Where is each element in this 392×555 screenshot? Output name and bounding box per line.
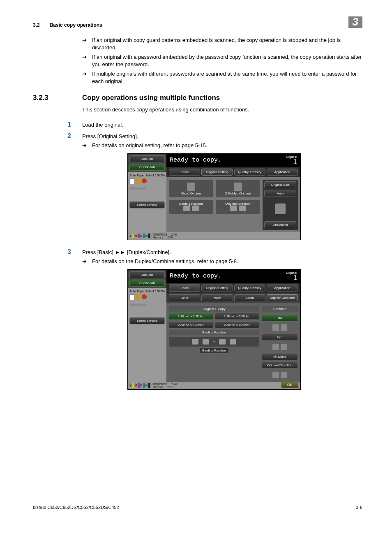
screenshot-original-setting: Job List Check Job Auto Paper Select100.… <box>127 153 301 240</box>
step-number: 2 <box>67 132 82 140</box>
tab-application[interactable]: Application <box>267 284 298 291</box>
binding-icon <box>219 339 226 345</box>
section-number: 3.2 <box>33 22 40 28</box>
status-dot-icon <box>142 178 147 183</box>
tab-original-setting[interactable]: Original Setting <box>201 284 233 291</box>
step-text: Load the original. <box>82 121 362 128</box>
arrow-icon: ➔ <box>82 258 92 264</box>
auto-paper-label: Auto Paper Select <box>129 174 154 177</box>
footer-date: 09/10/2008 <box>153 233 167 236</box>
duplex-1s-1s-button[interactable]: 1-Sided > 1-Sided <box>169 313 213 320</box>
combine-no-button[interactable]: No <box>262 314 298 321</box>
bullet-text: If an original with copy guard patterns … <box>92 37 362 51</box>
arrow-right-icon: ➔ <box>212 339 216 344</box>
binding-icon <box>192 206 199 211</box>
binding-position-button[interactable]: Binding Position <box>199 347 228 354</box>
z-folded-original-button[interactable]: Z-Folded Original <box>216 180 260 197</box>
status-dot-icon <box>136 178 141 183</box>
combine-icon <box>272 344 279 350</box>
combine-icon <box>272 324 279 331</box>
arrow-icon: ➔ <box>82 53 92 61</box>
check-job-button[interactable]: Check Job <box>129 164 165 171</box>
footer-time: 10:47 <box>170 383 178 386</box>
tab-quality-density[interactable]: Quality/ Density <box>234 169 265 176</box>
footer-memory-pct: 100% <box>166 236 174 239</box>
footer-memory-label: Memory <box>153 236 163 239</box>
footer-time: 15:01 <box>170 233 178 236</box>
binding-position-button[interactable]: Binding Position <box>169 200 213 214</box>
tab-basic[interactable]: Basic <box>169 169 200 176</box>
original-copy-label: Original > Copy <box>169 306 259 312</box>
direction-icon <box>281 372 287 378</box>
job-list-button[interactable]: Job List <box>129 271 165 278</box>
duplex-2s-1s-button[interactable]: 2-Sided > 1-Sided <box>169 321 213 328</box>
subtab-paper[interactable]: Paper <box>201 294 233 301</box>
auto-button[interactable]: Auto <box>264 190 296 197</box>
tab-original-setting[interactable]: Original Setting <box>201 169 233 176</box>
subtab-color[interactable]: Color <box>169 294 200 301</box>
arrow-icon: ➔ <box>82 70 92 78</box>
combine-icon <box>281 324 287 331</box>
footer-date: 10/10/2008 <box>153 383 167 386</box>
z-folded-icon <box>234 183 242 191</box>
tab-application[interactable]: Application <box>267 169 298 176</box>
ok-button[interactable]: OK <box>281 382 299 388</box>
combine-2in1-button[interactable]: 2in1 <box>262 334 298 341</box>
arrow-icon: ➔ <box>82 37 92 44</box>
status-title: Ready to copy. <box>170 273 221 280</box>
despeckle-button[interactable]: Despeckle <box>264 221 296 228</box>
sub-bullet-text: For details on original setting, refer t… <box>92 142 207 148</box>
binding-position-label: Binding Position <box>169 330 259 335</box>
check-job-button[interactable]: Check Job <box>129 280 165 287</box>
footer-memory-label: Memory <box>153 386 163 388</box>
direction-icon <box>230 206 237 211</box>
chapter-number: 3 <box>348 16 362 28</box>
job-list-button[interactable]: Job List <box>129 155 165 162</box>
original-size-button[interactable]: Original Size <box>264 181 296 188</box>
original-direction-button[interactable]: Original Direction <box>262 362 298 369</box>
subtab-zoom[interactable]: Zoom <box>234 294 265 301</box>
section-title: Basic copy operations <box>50 22 348 28</box>
status-dot-icon <box>142 294 147 299</box>
footer-model: bizhub C652/C652DS/C552/C552DS/C452 <box>33 505 119 510</box>
step-number: 1 <box>67 121 82 128</box>
bullet-text: If an original with a password embedded … <box>92 53 362 68</box>
direction-icon <box>239 206 246 211</box>
check-details-button[interactable]: Check Details <box>129 317 165 324</box>
binding-icon <box>203 339 209 345</box>
zoom-percent: 100.0% <box>155 290 165 293</box>
mixed-original-button[interactable]: Mixed Original <box>169 180 213 197</box>
combine-4in1-8in1-button[interactable]: 4in1/8in1 <box>262 353 298 360</box>
footer-memory-pct: 100% <box>166 386 174 388</box>
bullet-text: If multiple originals with different pas… <box>92 70 362 85</box>
intro-text: This section describes copy operations u… <box>82 106 362 113</box>
step-text: Press [Basic] ►► [Duplex/Combine]. <box>82 248 362 255</box>
combine-label: Combine <box>262 306 298 312</box>
tab-quality-density[interactable]: Quality/ Density <box>234 284 265 291</box>
check-details-button[interactable]: Check Details <box>129 201 165 208</box>
combine-icon <box>281 344 287 350</box>
heading-number: 3.2.3 <box>33 94 82 102</box>
tab-basic[interactable]: Basic <box>169 284 200 291</box>
subtab-duplex-combine[interactable]: Duplex/ Combine <box>267 294 298 301</box>
heading-title: Copy operations using multiple functions <box>82 94 220 102</box>
page-icon <box>129 178 134 184</box>
binding-icon <box>230 339 236 345</box>
screenshot-duplex-combine: Job List Check Job Auto Paper Select100.… <box>127 269 301 390</box>
auto-paper-label: Auto Paper Select <box>129 290 154 293</box>
duplex-1s-2s-button[interactable]: 1-Sided > 2-Sided <box>215 313 259 320</box>
despeckle-icon <box>275 204 286 214</box>
direction-icon <box>272 372 279 378</box>
footer-page: 3-6 <box>356 505 362 510</box>
arrow-icon: ➔ <box>82 142 92 148</box>
mixed-original-icon <box>187 183 195 191</box>
status-dot-icon <box>136 294 141 299</box>
copies-count: 1 <box>293 274 297 281</box>
original-direction-button[interactable]: Original Direction <box>216 200 260 214</box>
duplex-2s-2s-button[interactable]: 2-Sided > 2-Sided <box>215 321 259 328</box>
binding-icon <box>183 206 190 211</box>
step-text: Press [Original Setting]. <box>82 132 362 139</box>
copies-count: 1 <box>293 158 297 165</box>
status-title: Ready to copy. <box>170 157 221 164</box>
step-number: 3 <box>67 248 82 256</box>
